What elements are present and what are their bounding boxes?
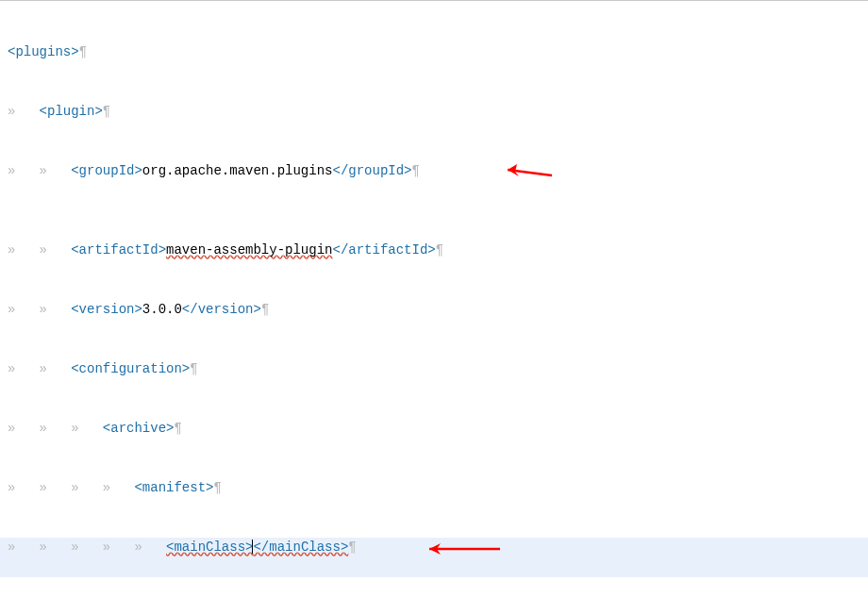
tab-ws: » (103, 480, 135, 495)
pilcrow: ¶ (174, 421, 181, 436)
tab-ws: » (40, 540, 72, 555)
pilcrow: ¶ (261, 302, 269, 317)
annotation-arrow-icon (420, 541, 505, 556)
code-line[interactable]: <plugins>¶ (0, 42, 868, 62)
tab-ws: » (71, 421, 103, 436)
annotation-arrow-icon (500, 162, 557, 183)
xml-tag: <plugin> (40, 104, 103, 119)
xml-tag: </artifactId> (332, 242, 435, 257)
tab-ws: » (8, 302, 40, 317)
xml-tag: <mainClass> (166, 540, 253, 555)
pilcrow: ¶ (348, 540, 356, 555)
pilcrow: ¶ (436, 242, 443, 257)
code-editor[interactable]: <plugins>¶ » <plugin>¶ » » <groupId>org.… (0, 0, 868, 598)
code-line[interactable]: » » <artifactId>maven-assembly-plugin</a… (0, 241, 868, 260)
code-line[interactable]: » » <version>3.0.0</version>¶ (0, 300, 868, 320)
tab-ws: » (8, 540, 40, 555)
code-line[interactable]: » <plugin>¶ (0, 102, 868, 122)
xml-tag: <manifest> (134, 480, 213, 495)
tab-ws: » (8, 104, 40, 119)
xml-tag: <artifactId> (71, 242, 166, 257)
pilcrow: ¶ (213, 480, 221, 495)
tab-ws: » (71, 540, 103, 555)
tab-ws: » (40, 163, 72, 178)
tab-ws: » (40, 302, 72, 317)
pilcrow: ¶ (190, 361, 197, 376)
code-line[interactable]: » » <groupId>org.apache.maven.plugins</g… (0, 161, 868, 201)
tab-ws: » (40, 480, 72, 495)
code-line-cursor[interactable]: » » » » » <mainClass></mainClass>¶ (0, 538, 868, 577)
xml-tag: <archive> (103, 421, 175, 436)
tab-ws: » (8, 421, 40, 436)
xml-text: maven-assembly-plugin (166, 242, 332, 257)
xml-tag: <groupId> (71, 163, 142, 178)
tab-ws: » (134, 540, 166, 555)
code-line[interactable]: » » » » <manifest>¶ (0, 478, 868, 498)
xml-tag: </groupId> (332, 163, 411, 178)
xml-tag: </version> (182, 302, 261, 317)
tab-ws: » (8, 242, 40, 257)
xml-tag: <version> (71, 302, 142, 317)
tab-ws: » (71, 480, 103, 495)
tab-ws: » (8, 480, 40, 495)
xml-tag: <configuration> (71, 361, 190, 376)
pilcrow: ¶ (103, 104, 110, 119)
xml-text: org.apache.maven.plugins (142, 163, 333, 178)
tab-ws: » (103, 540, 135, 555)
tab-ws: » (40, 421, 72, 436)
tab-ws: » (40, 242, 72, 257)
code-line[interactable]: » » » <archive>¶ (0, 419, 868, 439)
pilcrow: ¶ (412, 163, 420, 178)
xml-tag: </mainClass> (253, 540, 348, 555)
pilcrow: ¶ (79, 44, 87, 59)
xml-text: 3.0.0 (142, 302, 182, 317)
xml-tag: <plugins> (8, 44, 79, 59)
code-line[interactable]: » » <configuration>¶ (0, 359, 868, 379)
tab-ws: » (40, 361, 72, 376)
tab-ws: » (8, 361, 40, 376)
tab-ws: » (8, 163, 40, 178)
